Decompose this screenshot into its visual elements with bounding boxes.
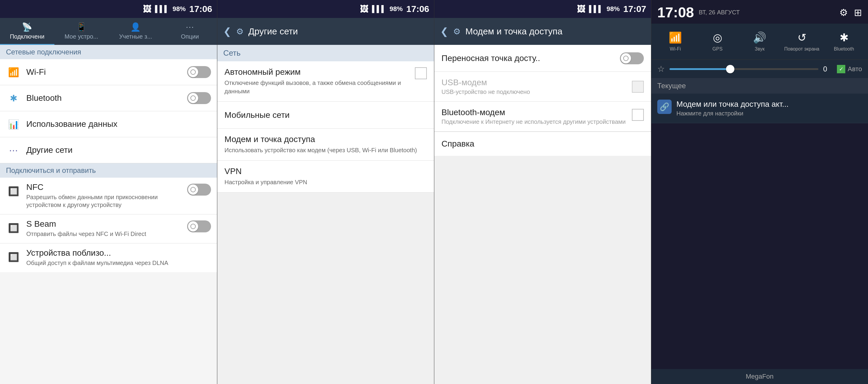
bluetooth-quick-icon: ✱: [840, 31, 848, 44]
usb-modem-item[interactable]: USB-модем USB-устройство не подключено: [434, 72, 651, 102]
portable-hotspot-content: Переносная точка досту..: [441, 54, 615, 63]
portable-hotspot-title: Переносная точка досту..: [441, 54, 615, 63]
connections-icon: 📡: [22, 22, 32, 32]
airplane-mode-checkbox[interactable]: [415, 67, 427, 79]
bluetooth-toggle[interactable]: [187, 92, 211, 104]
portable-hotspot-toggle-knob: [621, 53, 631, 63]
panel4-inner: 17:08 ВТ, 26 АВГУСТ ⚙ ⊞ 📶 Wi-Fi ◎ GPS 🔊 …: [651, 0, 868, 384]
wifi-icon: 📶: [6, 65, 21, 80]
battery-p2: 98%: [390, 5, 403, 13]
quick-toggle-gps[interactable]: ◎ GPS: [697, 28, 738, 55]
brightness-knob[interactable]: [726, 65, 734, 73]
status-bar-panel3: 🖼 ▌▌▌ 98% 17:07: [434, 0, 651, 18]
time-p3: 17:07: [623, 4, 646, 14]
carrier-bar: MegaFon: [651, 369, 868, 384]
bluetooth-modem-checkbox[interactable]: [632, 109, 644, 121]
quick-toggle-rotate[interactable]: ↺ Поворот экрана: [781, 28, 822, 55]
tab-accounts[interactable]: 👤 Учетные з...: [108, 18, 163, 45]
nfc-toggle[interactable]: [187, 184, 211, 196]
data-usage-item[interactable]: 📊 Использование данных: [0, 111, 217, 137]
brightness-bar: ☆ 0 ✓ Авто: [651, 60, 868, 78]
tab-accounts-label: Учетные з...: [119, 33, 152, 40]
auto-brightness[interactable]: ✓ Авто: [837, 65, 862, 73]
quick-toggle-wifi[interactable]: 📶 Wi-Fi: [655, 28, 696, 55]
accounts-icon: 👤: [130, 22, 141, 32]
notification-title: Модем или точка доступа акт...: [676, 99, 862, 109]
usb-modem-title: USB-модем: [441, 78, 627, 87]
signal-icon-p3: ▌▌▌: [589, 5, 603, 13]
gps-quick-icon: ◎: [713, 31, 722, 44]
mobile-networks-title: Мобильные сети: [224, 110, 427, 120]
back-button-p3[interactable]: ❮: [440, 26, 448, 37]
usb-modem-checkbox[interactable]: [632, 81, 644, 93]
notification-icon: 🔗: [657, 99, 672, 114]
nearby-content: Устройства поблизо... Общий доступ к фай…: [26, 248, 211, 267]
tab-my-device[interactable]: 📱 Мое устро...: [54, 18, 109, 45]
bluetooth-title: Bluetooth: [26, 93, 187, 103]
brightness-slider[interactable]: [670, 68, 818, 70]
nearby-item[interactable]: 🔲 Устройства поблизо... Общий доступ к ф…: [0, 243, 217, 272]
notification-subtitle: Нажмите для настройки: [676, 110, 862, 117]
sbeam-item[interactable]: 🔲 S Beam Отправить файлы через NFC и Wi-…: [0, 214, 217, 243]
vpn-item[interactable]: VPN Настройка и управление VPN: [217, 160, 434, 193]
bluetooth-content: Bluetooth: [26, 93, 187, 103]
help-label: Справка: [441, 139, 474, 148]
vpn-subtitle: Настройка и управление VPN: [224, 178, 427, 186]
panel-other-networks: 🖼 ▌▌▌ 98% 17:06 ❮ ⚙ Другие сети Сеть Авт…: [217, 0, 434, 384]
nfc-item[interactable]: 🔲 NFC Разрешить обмен данными при прикос…: [0, 178, 217, 214]
mobile-networks-item[interactable]: Мобильные сети: [217, 102, 434, 128]
notification-item[interactable]: 🔗 Модем или точка доступа акт... Нажмите…: [651, 94, 868, 123]
help-item[interactable]: Справка: [434, 131, 651, 156]
sbeam-subtitle: Отправить файлы через NFC и Wi-Fi Direct: [26, 230, 187, 238]
bluetooth-toggle-knob: [188, 93, 198, 103]
tab-options-label: Опции: [181, 33, 199, 40]
portable-hotspot-item[interactable]: Переносная точка досту..: [434, 45, 651, 72]
sbeam-content: S Beam Отправить файлы через NFC и Wi-Fi…: [26, 219, 187, 238]
signal-icon-p1: ▌▌▌: [155, 5, 169, 13]
auto-check-icon: ✓: [837, 65, 845, 73]
brightness-value: 0: [823, 65, 832, 73]
bluetooth-modem-content: Bluetooth-модем Подключение к Интернету …: [441, 108, 627, 125]
back-button-p2[interactable]: ❮: [223, 26, 231, 37]
grid-icon[interactable]: ⊞: [854, 7, 862, 18]
nearby-icon: 🔲: [6, 249, 21, 264]
portable-hotspot-toggle[interactable]: [620, 52, 644, 64]
notif-time: 17:08: [657, 4, 694, 21]
sbeam-icon: 🔲: [6, 220, 21, 235]
network-section-header: Сетевые подключения: [0, 45, 217, 59]
wifi-item[interactable]: 📶 Wi-Fi: [0, 59, 217, 85]
bluetooth-modem-title: Bluetooth-модем: [441, 108, 627, 117]
bluetooth-modem-item[interactable]: Bluetooth-модем Подключение к Интернету …: [434, 102, 651, 131]
tab-options[interactable]: ⋯ Опции: [163, 18, 217, 45]
quick-toggle-sound[interactable]: 🔊 Звук: [739, 28, 780, 55]
sbeam-toggle-knob: [188, 221, 198, 232]
quick-toggle-bluetooth[interactable]: ✱ Bluetooth: [824, 28, 864, 55]
carrier-label: MegaFon: [746, 373, 774, 380]
modem-hotspot-item[interactable]: Модем и точка доступа Использовать устро…: [217, 128, 434, 160]
my-device-icon: 📱: [76, 22, 87, 32]
brightness-icon: ☆: [657, 64, 665, 74]
other-networks-content: Другие сети: [26, 145, 211, 155]
settings-gear-icon[interactable]: ⚙: [839, 7, 848, 18]
sound-quick-icon: 🔊: [753, 31, 766, 44]
bluetooth-item[interactable]: ✱ Bluetooth: [0, 85, 217, 111]
nearby-title: Устройства поблизо...: [26, 248, 211, 258]
tab-connections-label: Подключени: [10, 33, 44, 40]
time-p1: 17:06: [189, 4, 212, 14]
nfc-icon: 🔲: [6, 184, 21, 199]
other-networks-item[interactable]: ⋯ Другие сети: [0, 137, 217, 163]
wifi-quick-label: Wi-Fi: [670, 46, 681, 52]
airplane-mode-item[interactable]: Автономный режим Отключение функций вызо…: [217, 61, 434, 102]
wifi-toggle[interactable]: [187, 66, 211, 78]
tab-bar-panel1: 📡 Подключени 📱 Мое устро... 👤 Учетные з.…: [0, 18, 217, 45]
notification-content: Модем или точка доступа акт... Нажмите д…: [676, 99, 862, 117]
wifi-title: Wi-Fi: [26, 67, 187, 77]
modem-hotspot-subtitle: Использовать устройство как модем (через…: [224, 146, 427, 154]
signal-icon-p2: ▌▌▌: [372, 5, 386, 13]
notif-date: ВТ, 26 АВГУСТ: [699, 9, 740, 16]
battery-p3: 98%: [607, 5, 620, 13]
sbeam-toggle[interactable]: [187, 220, 211, 232]
options-icon: ⋯: [186, 22, 194, 32]
tab-connections[interactable]: 📡 Подключени: [0, 18, 54, 45]
data-usage-content: Использование данных: [26, 119, 211, 129]
